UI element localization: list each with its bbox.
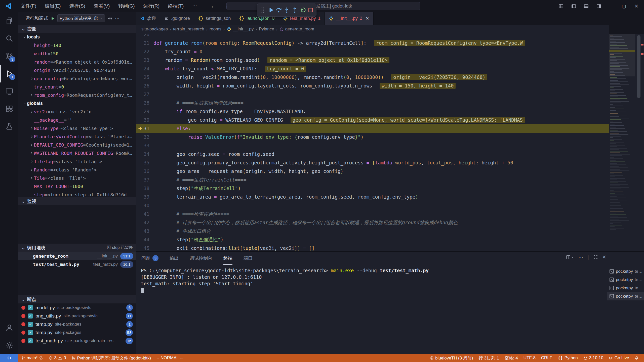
stack-frame[interactable]: generate_room__init__.py31:1 (18, 252, 136, 260)
code-line-38[interactable]: 38 step("生成TerrainCell") (136, 184, 609, 193)
breadcrumb-item[interactable]: site-packages (141, 27, 168, 32)
terminal-list-item[interactable]: pocketpyte… (607, 276, 644, 284)
breakpoint-checkbox[interactable]: ✓ (28, 338, 33, 343)
debug-start-icon[interactable] (51, 16, 55, 21)
minimize-button[interactable]: ─ (606, 1, 617, 11)
tab-settings.json[interactable]: {}settings.json (194, 12, 235, 25)
menu-item-2[interactable]: 选择(S) (66, 2, 89, 10)
code-line-26[interactable]: 26 width, height = room_config.layout.n_… (136, 81, 609, 90)
code-editor[interactable]: 2021def generate_room(room_config: RoomR… (136, 34, 609, 251)
breakpoints-header[interactable]: ⌄ 断点 (18, 295, 136, 303)
code-line-34[interactable]: 34 geo_config.seed = room_config.seed (136, 150, 609, 158)
code-line-31[interactable]: 31 else: (136, 124, 609, 133)
restart-icon[interactable] (299, 6, 306, 15)
maximize-button[interactable]: ▢ (618, 1, 629, 11)
close-button[interactable]: ✕ (631, 1, 642, 11)
status-Python[interactable]: {}Python (555, 354, 580, 362)
breakpoint-row[interactable]: ✓png_utils.pysite-packages\wfc11 (18, 312, 136, 320)
variable-row[interactable]: room_config = RoomRequestConfig(env_t… (18, 91, 136, 99)
breadcrumb-item[interactable]: Pylance (259, 27, 274, 32)
step-into-icon[interactable] (283, 6, 290, 15)
activity-search[interactable] (0, 30, 18, 47)
toggle-sidebar-icon[interactable] (568, 1, 579, 11)
step-out-icon[interactable] (291, 6, 298, 15)
step-over-icon[interactable] (275, 6, 282, 15)
menu-item-6[interactable]: 终端(T) (165, 2, 187, 10)
toggle-panel-icon[interactable] (581, 1, 592, 11)
status-main-[interactable]: main* (18, 354, 46, 362)
tab-.gdignore[interactable]: .gdignore (160, 12, 194, 25)
breakpoint-checkbox[interactable]: ✓ (28, 322, 33, 327)
variable-row[interactable]: __package__ = '' (18, 116, 136, 124)
variable-row[interactable]: locals (18, 33, 136, 41)
code-line-28[interactable]: 28 # ====生成初始地理信息==== (136, 99, 609, 107)
breadcrumb-item[interactable]: terrain_research (173, 27, 204, 32)
activity-source-control[interactable]: 3 (0, 47, 18, 65)
tab-close-icon[interactable]: ✕ (366, 16, 369, 21)
minimap-slider[interactable] (609, 34, 635, 76)
status--NORMAL-[interactable]: -- NORMAL -- (154, 354, 185, 362)
continue-icon[interactable] (267, 6, 274, 15)
remote-indicator[interactable] (0, 354, 18, 362)
terminal-output[interactable]: PS C:\computer_science\godot-ldtk\site-p… (141, 267, 606, 350)
variable-row[interactable]: WASTELAND_ROOM_REQUEST_CONFIG = RoomR… (18, 149, 136, 157)
gear-icon[interactable] (108, 16, 112, 21)
panel-tab-调试控制台[interactable]: 调试控制台 (190, 252, 212, 265)
status-Python-调试程序-启动文件-godot-l[interactable]: Python 调试程序: 启动文件 (godot-ldtk) (69, 354, 154, 362)
minimap[interactable] (609, 34, 635, 251)
variable-row[interactable]: DEFAULT_GEO_CONFIG = GeoConfig(seed=1… (18, 141, 136, 149)
customize-layout-icon[interactable] (555, 1, 567, 11)
variable-row[interactable]: height = 140 (18, 41, 136, 50)
terminal-list-item[interactable]: pocketpyte… (607, 292, 644, 300)
menu-item-3[interactable]: 查看(V) (90, 2, 113, 10)
variable-row[interactable]: try_count = 0 (18, 83, 136, 91)
breakpoint-row[interactable]: ✓test_math.pysite-packages\terrain_res..… (18, 337, 136, 345)
code-line-37[interactable]: 37 # ====生成TerrainCell==== (136, 175, 609, 184)
breakpoint-row[interactable]: ✓temp.pysite-packages1 (18, 320, 136, 328)
menu-item-1[interactable]: 编辑(E) (41, 2, 64, 10)
code-line-24[interactable]: 24 while try_count < MAX_TRY_COUNT:try_c… (136, 64, 609, 73)
menu-item-0[interactable]: 文件(F) (17, 2, 40, 10)
variable-row[interactable]: vec2i = <class 'vec2i'> (18, 108, 136, 116)
activity-run-and-debug[interactable]: 1 (0, 65, 18, 82)
breakpoint-row[interactable]: ✓model.pysite-packages\wfc6 (18, 303, 136, 312)
activity-testing[interactable] (0, 118, 18, 135)
status-3[interactable]: 30 (46, 354, 69, 362)
panel-tab-输出[interactable]: 输出 (170, 252, 179, 265)
menu-item-7[interactable]: ··· (189, 2, 200, 10)
command-center-search[interactable]: [扩展开发宿主] godot-ldtk (226, 2, 420, 10)
nav-back-icon[interactable]: ← (211, 3, 216, 9)
toggle-secondary-sidebar-icon[interactable] (593, 1, 604, 11)
code-line-21[interactable]: 21def generate_room(room_config: RoomReq… (136, 39, 609, 47)
variable-row[interactable]: Random = <class 'Random'> (18, 166, 136, 174)
code-line-29[interactable]: 29 if room_config.env_type == EnvType.WA… (136, 107, 609, 116)
variable-row[interactable]: Tile = <class 'Tile'> (18, 174, 136, 182)
variable-row[interactable]: step = <function step at 0x1bf8d716d (18, 191, 136, 197)
activity-explorer[interactable] (0, 12, 18, 30)
variable-row[interactable]: NoiseType = <class 'NoiseType'> (18, 124, 136, 132)
activity-extensions[interactable] (0, 100, 18, 118)
stop-icon[interactable] (307, 6, 314, 15)
status-空格-4[interactable]: 空格: 4 (502, 354, 521, 362)
code-line-20[interactable]: 20 (136, 34, 609, 39)
variable-row[interactable]: MAX_TRY_COUNT = 1000 (18, 182, 136, 191)
close-panel-icon[interactable]: ✕ (602, 254, 606, 260)
breadcrumb-item[interactable]: rooms (210, 27, 221, 32)
panel-tab-终端[interactable]: 终端 (223, 252, 232, 265)
breakpoint-checkbox[interactable]: ✓ (28, 313, 33, 319)
status-Go-Live[interactable]: Go Live (606, 354, 632, 362)
launch-config-select[interactable]: Python 调试程序: 启 (57, 14, 105, 22)
call-stack-header[interactable]: ⌄ 调用堆栈 因 step 已暂停 (18, 244, 136, 252)
breadcrumb-item[interactable]: generate_room (279, 27, 314, 32)
variable-row[interactable]: origin = vec2i(7205730, 9024468) (18, 66, 136, 74)
terminal-list-item[interactable]: pocketpyte… (607, 284, 644, 292)
code-line-36[interactable]: 36 geo_area = request_area(origin, width… (136, 167, 609, 175)
panel-tab-问题[interactable]: 问题3 (141, 252, 158, 265)
variable-row[interactable]: globals (18, 99, 136, 108)
breakpoint-row[interactable]: ✓temp.pysite-packages58 (18, 328, 136, 337)
terminal-list-item[interactable]: pocketpyte… (607, 267, 644, 276)
activity-settings[interactable] (0, 336, 18, 354)
variable-row[interactable]: TileTag = <class 'TileTag'> (18, 157, 136, 166)
variable-row[interactable]: width = 150 (18, 50, 136, 58)
editor-scrollbar[interactable] (635, 34, 644, 251)
